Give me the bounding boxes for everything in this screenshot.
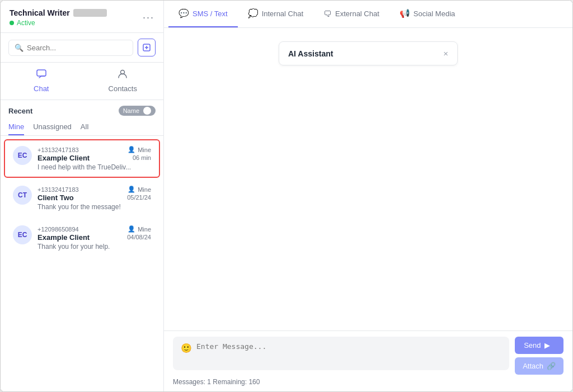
chat-messages xyxy=(164,72,572,330)
compose-input-inner-row: 🙂 xyxy=(181,342,501,359)
main-panel: 💬 SMS / Text 💭 Internal Chat 🗨 External … xyxy=(164,1,572,391)
chat-tab-label: Chat xyxy=(34,84,49,93)
conv-owner-icon-1: 👤 xyxy=(128,146,135,153)
conv-owner-icon-2: 👤 xyxy=(128,186,135,193)
compose-button[interactable] xyxy=(138,39,156,56)
conv-phone-3: +12098650894 xyxy=(37,226,79,233)
conv-top-row-3: +12098650894 👤 Mine xyxy=(37,225,151,233)
toggle-ball xyxy=(143,107,151,115)
compose-buttons: Send ▶ Attach 🔗 xyxy=(515,337,563,375)
send-icon: ▶ xyxy=(544,341,550,350)
conv-phone-2: +13132417183 xyxy=(37,186,79,193)
attach-button[interactable]: Attach 🔗 xyxy=(515,357,563,375)
name-toggle-label: Name xyxy=(123,107,139,114)
status-indicator: Active xyxy=(10,19,107,27)
compose-input-row: 🙂 Send ▶ Attach 🔗 xyxy=(173,337,563,375)
user-info: Technical Writer Active xyxy=(10,8,107,27)
conv-item-1[interactable]: EC +13132417183 👤 Mine Example Client 06… xyxy=(4,139,160,178)
conv-info-2: +13132417183 👤 Mine Client Two 05/21/24 … xyxy=(37,186,151,211)
conversation-list: EC +13132417183 👤 Mine Example Client 06… xyxy=(1,138,163,391)
chat-tab-icon xyxy=(36,68,47,82)
top-tab-internal[interactable]: 💭 Internal Chat xyxy=(238,1,313,27)
sidebar-header: Technical Writer Active ··· xyxy=(1,1,163,33)
filter-tab-all[interactable]: All xyxy=(81,119,88,135)
conv-meta-3: 👤 Mine xyxy=(128,225,151,233)
compose-input-box: 🙂 xyxy=(173,337,509,370)
top-tab-external[interactable]: 🗨 External Chat xyxy=(313,1,389,27)
conv-preview-3: Thank you for your help. xyxy=(37,243,151,251)
sidebar: Technical Writer Active ··· 🔍 xyxy=(1,1,164,391)
internal-tab-icon: 💭 xyxy=(248,8,259,18)
avatar-ec-2: EC xyxy=(13,225,32,244)
tab-chat[interactable]: Chat xyxy=(1,63,82,100)
search-icon: 🔍 xyxy=(15,44,24,52)
external-tab-label: External Chat xyxy=(335,10,379,18)
social-tab-icon: 📢 xyxy=(400,8,410,18)
ai-assistant-close-button[interactable]: × xyxy=(443,49,448,58)
filter-tab-mine[interactable]: Mine xyxy=(8,119,24,135)
conv-time-1: 06 min xyxy=(133,154,151,161)
app-container: Technical Writer Active ··· 🔍 xyxy=(0,0,573,392)
conv-top-row-1: +13132417183 👤 Mine xyxy=(37,146,151,153)
send-label: Send xyxy=(524,341,541,350)
top-tab-sms[interactable]: 💬 SMS / Text xyxy=(168,1,238,27)
avatar-ec-1: EC xyxy=(13,146,32,165)
emoji-icon[interactable]: 🙂 xyxy=(181,343,192,353)
more-options-button[interactable]: ··· xyxy=(143,12,154,23)
avatar-ct: CT xyxy=(13,186,32,205)
status-text: Active xyxy=(17,19,35,27)
chat-area: AI Assistant × 🙂 Se xyxy=(164,28,572,391)
contacts-tab-label: Contacts xyxy=(109,84,137,93)
name-toggle[interactable]: Name xyxy=(119,106,156,116)
conv-time-2: 05/21/24 xyxy=(127,194,151,201)
conv-owner-2: Mine xyxy=(138,186,151,193)
conv-info-3: +12098650894 👤 Mine Example Client 04/08… xyxy=(37,225,151,251)
send-button[interactable]: Send ▶ xyxy=(515,337,563,354)
social-tab-label: Social Media xyxy=(414,10,455,18)
conv-owner-3: Mine xyxy=(138,226,151,233)
sms-tab-icon: 💬 xyxy=(179,8,189,18)
conv-phone-1: +13132417183 xyxy=(37,147,79,153)
message-counter: Messages: 1 Remaining: 160 xyxy=(173,378,563,388)
conv-owner-icon-3: 👤 xyxy=(128,225,135,233)
ai-assistant-panel: AI Assistant × xyxy=(279,41,458,65)
top-tab-social[interactable]: 📢 Social Media xyxy=(389,1,465,27)
conv-top-row-2: +13132417183 👤 Mine xyxy=(37,186,151,193)
external-tab-icon: 🗨 xyxy=(323,9,332,18)
filter-tab-unassigned[interactable]: Unassigned xyxy=(33,119,72,135)
conv-time-3: 04/08/24 xyxy=(127,234,151,240)
internal-tab-label: Internal Chat xyxy=(262,10,303,18)
top-nav: 💬 SMS / Text 💭 Internal Chat 🗨 External … xyxy=(164,1,572,28)
search-input[interactable] xyxy=(27,44,127,52)
conv-meta-1: 👤 Mine xyxy=(128,146,151,153)
ai-assistant-title: AI Assistant xyxy=(288,49,333,58)
recent-title: Recent xyxy=(8,107,32,115)
conv-meta-2: 👤 Mine xyxy=(128,186,151,193)
conv-item-2[interactable]: CT +13132417183 👤 Mine Client Two 05/21/… xyxy=(4,179,160,218)
nav-tabs: Chat Contacts xyxy=(1,63,163,100)
compose-area: 🙂 Send ▶ Attach 🔗 xyxy=(164,330,572,391)
tab-contacts[interactable]: Contacts xyxy=(82,63,164,100)
compose-icon xyxy=(142,43,151,52)
contacts-tab-icon xyxy=(117,68,128,82)
sms-tab-label: SMS / Text xyxy=(192,10,228,18)
recent-header: Recent Name xyxy=(1,100,163,119)
conv-preview-1: I need help with the TrueDeliv... xyxy=(37,163,151,171)
conv-name-1: Example Client xyxy=(37,154,90,162)
attach-label: Attach xyxy=(523,362,543,370)
username: Technical Writer xyxy=(10,8,107,17)
username-text: Technical Writer xyxy=(10,8,70,17)
conv-info-1: +13132417183 👤 Mine Example Client 06 mi… xyxy=(37,146,151,171)
conv-name-2: Client Two xyxy=(37,193,74,202)
filter-tabs: Mine Unassigned All xyxy=(1,119,163,136)
conv-owner-1: Mine xyxy=(138,147,151,153)
conv-preview-2: Thank you for the message! xyxy=(37,203,151,211)
search-input-wrap: 🔍 xyxy=(8,40,133,56)
conv-item-3[interactable]: EC +12098650894 👤 Mine Example Client 04… xyxy=(4,219,160,257)
attach-icon: 🔗 xyxy=(547,362,556,370)
status-dot xyxy=(10,21,14,25)
search-bar: 🔍 xyxy=(1,33,163,63)
svg-rect-3 xyxy=(37,70,46,76)
conv-name-3: Example Client xyxy=(37,233,90,242)
message-input[interactable] xyxy=(196,342,501,359)
